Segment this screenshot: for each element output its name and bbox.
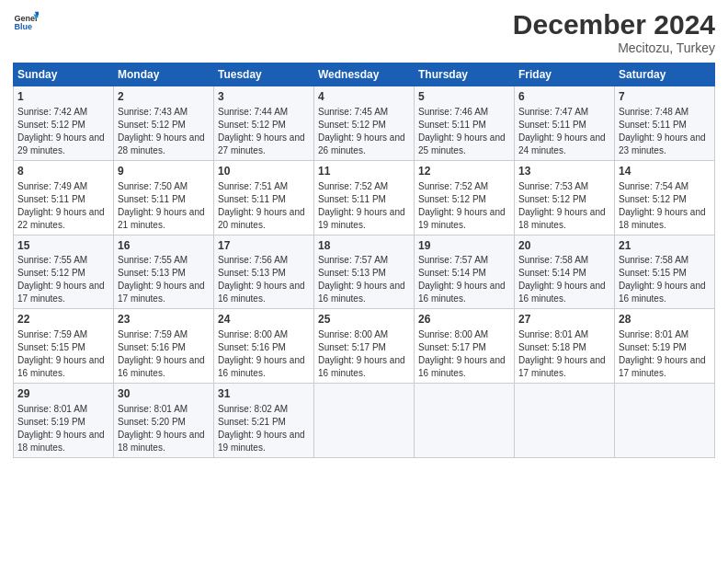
col-wednesday: Wednesday (314, 63, 415, 86)
calendar-cell: 20Sunrise: 7:58 AMSunset: 5:14 PMDayligh… (515, 235, 615, 309)
day-number: 2 (118, 89, 210, 105)
daylight-text: Daylight: 9 hours and 16 minutes. (619, 281, 706, 304)
sunrise-text: Sunrise: 7:57 AM (318, 255, 388, 265)
sunset-text: Sunset: 5:13 PM (318, 268, 386, 278)
day-number: 28 (619, 312, 711, 327)
daylight-text: Daylight: 9 hours and 17 minutes. (518, 355, 606, 378)
sunset-text: Sunset: 5:12 PM (518, 194, 586, 204)
calendar-cell: 14Sunrise: 7:54 AMSunset: 5:12 PMDayligh… (615, 160, 715, 235)
daylight-text: Daylight: 9 hours and 23 minutes. (619, 132, 706, 155)
calendar-cell (415, 384, 515, 458)
calendar-cell: 6Sunrise: 7:47 AMSunset: 5:11 PMDaylight… (515, 86, 615, 161)
day-number: 18 (318, 238, 410, 254)
calendar-cell: 27Sunrise: 8:01 AMSunset: 5:18 PMDayligh… (515, 309, 615, 384)
sunrise-text: Sunrise: 7:47 AM (518, 107, 588, 117)
sunrise-text: Sunrise: 7:54 AM (619, 181, 688, 191)
sunrise-text: Sunrise: 7:50 AM (118, 181, 188, 191)
calendar-cell: 24Sunrise: 8:00 AMSunset: 5:16 PMDayligh… (214, 309, 314, 384)
daylight-text: Daylight: 9 hours and 18 minutes. (518, 207, 606, 230)
sunrise-text: Sunrise: 8:02 AM (218, 404, 288, 414)
calendar-header-row: Sunday Monday Tuesday Wednesday Thursday… (14, 63, 715, 86)
title-area: December 2024 Mecitozu, Turkey (513, 9, 715, 55)
calendar-cell: 8Sunrise: 7:49 AMSunset: 5:11 PMDaylight… (14, 160, 114, 235)
daylight-text: Daylight: 9 hours and 18 minutes. (619, 207, 706, 230)
day-number: 7 (619, 89, 711, 105)
daylight-text: Daylight: 9 hours and 22 minutes. (17, 207, 105, 230)
daylight-text: Daylight: 9 hours and 27 minutes. (218, 132, 305, 155)
sunrise-text: Sunrise: 8:00 AM (218, 329, 288, 339)
month-title: December 2024 (513, 9, 715, 40)
calendar-cell (314, 384, 415, 458)
sunrise-text: Sunrise: 8:01 AM (17, 404, 87, 414)
sunset-text: Sunset: 5:21 PM (218, 417, 286, 427)
sunset-text: Sunset: 5:12 PM (418, 194, 486, 204)
sunset-text: Sunset: 5:20 PM (118, 417, 186, 427)
calendar-week-row: 8Sunrise: 7:49 AMSunset: 5:11 PMDaylight… (14, 160, 715, 235)
day-number: 4 (318, 89, 410, 105)
sunset-text: Sunset: 5:15 PM (619, 268, 687, 278)
daylight-text: Daylight: 9 hours and 19 minutes. (418, 207, 506, 230)
sunrise-text: Sunrise: 7:52 AM (318, 181, 388, 191)
col-monday: Monday (114, 63, 214, 86)
calendar-week-row: 15Sunrise: 7:55 AMSunset: 5:12 PMDayligh… (14, 235, 715, 309)
daylight-text: Daylight: 9 hours and 16 minutes. (318, 281, 405, 304)
sunrise-text: Sunrise: 7:43 AM (118, 107, 188, 117)
day-number: 17 (218, 238, 310, 254)
sunset-text: Sunset: 5:12 PM (118, 120, 186, 130)
calendar-cell: 31Sunrise: 8:02 AMSunset: 5:21 PMDayligh… (214, 384, 314, 458)
day-number: 31 (218, 386, 310, 402)
day-number: 25 (318, 312, 410, 327)
calendar-cell: 17Sunrise: 7:56 AMSunset: 5:13 PMDayligh… (214, 235, 314, 309)
calendar-week-row: 1Sunrise: 7:42 AMSunset: 5:12 PMDaylight… (14, 86, 715, 161)
calendar-cell: 7Sunrise: 7:48 AMSunset: 5:11 PMDaylight… (615, 86, 715, 161)
daylight-text: Daylight: 9 hours and 16 minutes. (17, 355, 105, 378)
day-number: 26 (418, 312, 510, 327)
day-number: 9 (118, 164, 210, 179)
sunset-text: Sunset: 5:15 PM (17, 342, 85, 352)
day-number: 8 (17, 164, 109, 179)
sunset-text: Sunset: 5:11 PM (17, 194, 85, 204)
daylight-text: Daylight: 9 hours and 16 minutes. (518, 281, 606, 304)
day-number: 24 (218, 312, 310, 327)
day-number: 19 (418, 238, 510, 254)
calendar-cell: 19Sunrise: 7:57 AMSunset: 5:14 PMDayligh… (415, 235, 515, 309)
calendar-cell: 5Sunrise: 7:46 AMSunset: 5:11 PMDaylight… (415, 86, 515, 161)
calendar-week-row: 29Sunrise: 8:01 AMSunset: 5:19 PMDayligh… (14, 384, 715, 458)
daylight-text: Daylight: 9 hours and 19 minutes. (318, 207, 405, 230)
daylight-text: Daylight: 9 hours and 25 minutes. (418, 132, 506, 155)
calendar-cell: 10Sunrise: 7:51 AMSunset: 5:11 PMDayligh… (214, 160, 314, 235)
daylight-text: Daylight: 9 hours and 18 minutes. (17, 430, 105, 453)
sunrise-text: Sunrise: 7:53 AM (518, 181, 588, 191)
sunrise-text: Sunrise: 7:46 AM (418, 107, 488, 117)
sunrise-text: Sunrise: 8:01 AM (619, 329, 688, 339)
sunrise-text: Sunrise: 7:51 AM (218, 181, 288, 191)
daylight-text: Daylight: 9 hours and 19 minutes. (218, 430, 305, 453)
sunrise-text: Sunrise: 7:42 AM (17, 107, 87, 117)
sunrise-text: Sunrise: 7:45 AM (318, 107, 388, 117)
day-number: 29 (17, 386, 109, 402)
sunset-text: Sunset: 5:17 PM (318, 342, 386, 352)
sunset-text: Sunset: 5:14 PM (518, 268, 586, 278)
sunset-text: Sunset: 5:14 PM (418, 268, 486, 278)
daylight-text: Daylight: 9 hours and 17 minutes. (17, 281, 105, 304)
day-number: 23 (118, 312, 210, 327)
daylight-text: Daylight: 9 hours and 24 minutes. (518, 132, 606, 155)
day-number: 15 (17, 238, 109, 254)
day-number: 30 (118, 386, 210, 402)
calendar-cell: 16Sunrise: 7:55 AMSunset: 5:13 PMDayligh… (114, 235, 214, 309)
daylight-text: Daylight: 9 hours and 16 minutes. (418, 355, 506, 378)
sunrise-text: Sunrise: 8:00 AM (318, 329, 388, 339)
sunrise-text: Sunrise: 7:52 AM (418, 181, 488, 191)
col-friday: Friday (515, 63, 615, 86)
sunrise-text: Sunrise: 7:49 AM (17, 181, 87, 191)
day-number: 27 (518, 312, 610, 327)
sunrise-text: Sunrise: 8:01 AM (118, 404, 188, 414)
calendar-cell: 23Sunrise: 7:59 AMSunset: 5:16 PMDayligh… (114, 309, 214, 384)
daylight-text: Daylight: 9 hours and 20 minutes. (218, 207, 305, 230)
location: Mecitozu, Turkey (513, 40, 715, 55)
sunset-text: Sunset: 5:11 PM (218, 194, 286, 204)
sunset-text: Sunset: 5:12 PM (218, 120, 286, 130)
day-number: 10 (218, 164, 310, 179)
sunrise-text: Sunrise: 7:59 AM (17, 329, 87, 339)
day-number: 14 (619, 164, 711, 179)
